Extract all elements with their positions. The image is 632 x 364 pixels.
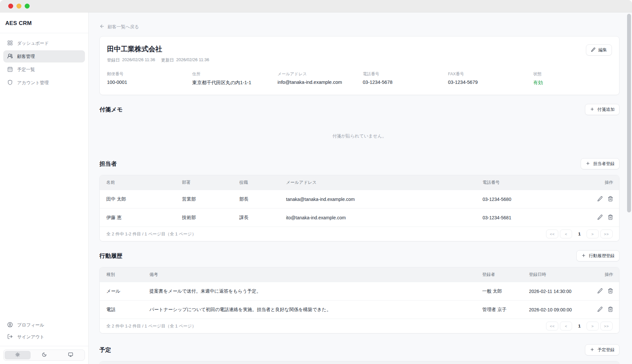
column-header-registrant: 登録者	[482, 272, 529, 278]
contact-position: 部長	[239, 196, 286, 202]
current-page: 1	[578, 231, 581, 236]
field-email: メールアドレス info@tanaka-ind.example.com	[277, 71, 363, 86]
contact-row: 田中 太郎 営業部 部長 tanaka@tanaka-ind.example.c…	[100, 190, 619, 208]
sidebar-item-signout[interactable]: サインアウト	[3, 331, 85, 343]
dashboard-icon	[7, 40, 13, 47]
customer-fields: 郵便番号 100-0001 住所 東京都千代田区丸の内1-1-1 メールアドレス…	[107, 71, 612, 86]
sidebar-item-schedules[interactable]: 予定一覧	[3, 63, 85, 76]
updated-value: 2026/02/26 11:36	[176, 57, 209, 63]
activity-row: 電話 パートナーシップについて初回の電話連絡を実施。担当者と良好な関係を構築でき…	[100, 300, 619, 319]
user-circle-icon	[7, 322, 13, 328]
next-page-button[interactable]: >	[587, 322, 599, 330]
add-activity-button[interactable]: 行動履歴登録	[576, 250, 619, 261]
prev-page-button[interactable]: <	[560, 322, 572, 330]
sidebar-item-label: 顧客管理	[17, 54, 35, 60]
first-page-button[interactable]: <<	[546, 322, 558, 330]
sidebar-item-profile[interactable]: プロフィール	[3, 319, 85, 331]
sidebar-item-label: サインアウト	[17, 334, 44, 340]
sidebar-item-label: アカウント管理	[17, 80, 49, 86]
registered-label: 登録日	[107, 57, 120, 63]
add-schedule-button[interactable]: 予定登録	[585, 344, 619, 355]
pager: << < 1 > >>	[546, 230, 613, 238]
activity-registrant: 一般 太郎	[482, 288, 529, 294]
column-header-actions: 操作	[598, 272, 613, 278]
plus-icon	[586, 161, 590, 167]
row-actions	[598, 214, 613, 221]
schedules-title: 予定	[99, 346, 111, 354]
add-sticky-note-button[interactable]: 付箋追加	[585, 104, 619, 115]
sidebar-item-label: プロフィール	[17, 322, 44, 328]
contact-position: 課長	[239, 215, 286, 221]
sidebar-item-customers[interactable]: 顧客管理	[3, 50, 85, 62]
edit-icon[interactable]	[597, 214, 603, 221]
close-window-button[interactable]	[8, 4, 13, 9]
trash-icon[interactable]	[608, 288, 613, 295]
next-page-button[interactable]: >	[587, 230, 599, 238]
theme-toggle	[3, 350, 85, 361]
back-to-customers-link[interactable]: 顧客一覧へ戻る	[99, 24, 139, 30]
activities-title: 行動履歴	[99, 252, 122, 260]
column-header-type: 種別	[106, 272, 149, 278]
add-contact-button[interactable]: 担当者登録	[581, 158, 619, 169]
activity-row: メール 提案書をメールで送付。来週中に返答をもらう予定。 一般 太郎 2026-…	[100, 282, 619, 300]
first-page-button[interactable]: <<	[546, 230, 558, 238]
moon-icon	[42, 352, 47, 358]
maximize-window-button[interactable]	[25, 4, 30, 9]
sidebar: AES CRM ダッシュボード 顧客管理 予定一覧 アカウント管理	[0, 12, 89, 364]
contact-phone: 03-1234-5680	[483, 197, 598, 202]
row-actions	[598, 306, 613, 313]
field-postal-code: 郵便番号 100-0001	[107, 71, 192, 86]
customer-detail-card: 田中工業株式会社 登録日2026/02/26 11:36 更新日2026/02/…	[99, 36, 619, 95]
column-header-phone: 電話番号	[483, 180, 598, 185]
add-sticky-note-label: 付箋追加	[597, 107, 615, 112]
column-header-note: 備考	[149, 272, 482, 278]
prev-page-button[interactable]: <	[560, 230, 572, 238]
trash-icon[interactable]	[608, 306, 613, 313]
trash-icon[interactable]	[608, 196, 613, 203]
edit-customer-button[interactable]: 編集	[586, 44, 612, 56]
vertical-scrollbar-thumb[interactable]	[627, 14, 631, 212]
edit-icon[interactable]	[597, 288, 603, 295]
schedules-table: タイトル 開始日時 終了日時 操作	[99, 361, 619, 364]
activity-note: パートナーシップについて初回の電話連絡を実施。担当者と良好な関係を構築できた。	[149, 307, 482, 313]
column-header-email: メールアドレス	[286, 180, 483, 185]
activity-registered-at: 2026-02-11 14:30:00	[529, 289, 598, 294]
sticky-notes-empty-state: 付箋が貼られていません。	[99, 115, 619, 158]
sidebar-item-accounts[interactable]: アカウント管理	[3, 77, 85, 89]
contact-name: 伊藤 恵	[106, 215, 182, 221]
trash-icon[interactable]	[608, 214, 613, 221]
row-actions	[598, 196, 613, 203]
schedules-header: 予定 予定登録	[99, 344, 619, 355]
titlebar	[0, 0, 632, 12]
app-window: AES CRM ダッシュボード 顧客管理 予定一覧 アカウント管理	[0, 0, 632, 364]
theme-light-button[interactable]	[5, 351, 31, 359]
contact-email: tanaka@tanaka-ind.example.com	[286, 197, 483, 202]
contact-department: 技術部	[182, 215, 239, 221]
last-page-button[interactable]: >>	[600, 230, 613, 238]
field-address: 住所 東京都千代田区丸の内1-1-1	[192, 71, 277, 86]
sticky-notes-header: 付箋メモ 付箋追加	[99, 104, 619, 115]
plus-icon	[590, 347, 594, 353]
divider	[0, 346, 88, 346]
activity-registrant: 管理者 京子	[482, 307, 529, 313]
activity-type: メール	[106, 288, 149, 294]
column-header-actions: 操作	[598, 180, 613, 185]
edit-icon[interactable]	[597, 196, 603, 203]
last-page-button[interactable]: >>	[600, 322, 613, 330]
calendar-icon	[7, 66, 13, 73]
contacts-pagination: 全 2 件中 1-2 件目 / 1 ページ目（全 1 ページ） << < 1 >…	[100, 227, 619, 241]
field-fax: FAX番号 03-1234-5679	[448, 71, 533, 86]
users-icon	[7, 53, 13, 60]
theme-system-button[interactable]	[58, 351, 84, 359]
edit-icon[interactable]	[597, 306, 603, 313]
activities-table: 種別 備考 登録者 登録日時 操作 メール 提案書をメールで送付。来週中に返答を…	[99, 267, 619, 333]
activities-header: 行動履歴 行動履歴登録	[99, 250, 619, 261]
contacts-table-header: 名前 部署 役職 メールアドレス 電話番号 操作	[100, 175, 619, 190]
updated-label: 更新日	[161, 57, 174, 63]
sidebar-item-dashboard[interactable]: ダッシュボード	[3, 37, 85, 49]
minimize-window-button[interactable]	[16, 4, 21, 9]
contacts-header: 担当者 担当者登録	[99, 158, 619, 169]
sign-out-icon	[7, 334, 13, 340]
theme-dark-button[interactable]	[31, 351, 57, 359]
activity-note: 提案書をメールで送付。来週中に返答をもらう予定。	[149, 288, 482, 294]
